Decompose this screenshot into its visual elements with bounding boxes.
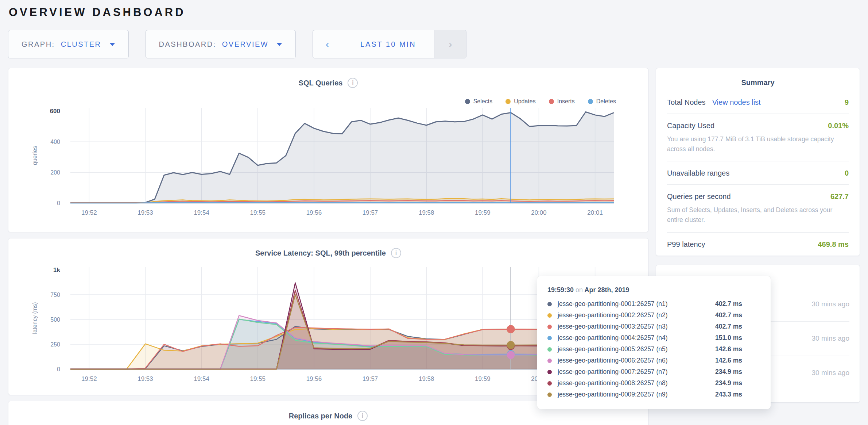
tooltip-node-name: jesse-geo-partitioning-0003:26257 (n3)	[558, 323, 715, 330]
tooltip-row: jesse-geo-partitioning-0007:26257 (n7)23…	[547, 366, 763, 378]
replicas-title: Replicas per Node	[289, 412, 353, 420]
info-icon[interactable]: i	[357, 411, 368, 421]
service-latency-title-row: Service Latency: SQL, 99th percentile i	[8, 238, 648, 258]
info-icon[interactable]: i	[348, 78, 358, 88]
graph-dropdown-value: CLUSTER	[61, 40, 101, 49]
x-axis-tick: 19:53	[137, 375, 153, 382]
series-dot-icon	[547, 302, 552, 306]
tooltip-node-name: jesse-geo-partitioning-0004:26257 (n4)	[558, 334, 715, 342]
total-nodes-value: 9	[845, 98, 849, 107]
tooltip-node-name: jesse-geo-partitioning-0006:26257 (n6)	[558, 357, 715, 364]
tooltip-row: jesse-geo-partitioning-0004:26257 (n4)15…	[547, 332, 763, 344]
sql-queries-card: SQL Queries i SelectsUpdatesInsertsDelet…	[8, 68, 648, 232]
dashboard-controls: GRAPH: CLUSTER DASHBOARD: OVERVIEW ‹ LAS…	[8, 30, 860, 58]
x-axis-tick: 19:52	[81, 209, 97, 216]
chart-hover-tooltip: 19:59:30 on Apr 28th, 2019 jesse-geo-par…	[537, 276, 771, 409]
x-axis-tick: 19:56	[306, 209, 322, 216]
series-dot-icon	[547, 313, 552, 318]
x-axis-tick: 20:00	[531, 209, 547, 216]
series-dot-icon	[547, 381, 552, 386]
graph-dropdown[interactable]: GRAPH: CLUSTER	[8, 30, 129, 58]
tooltip-row: jesse-geo-partitioning-0002:26257 (n2)40…	[547, 310, 763, 321]
series-dot-icon	[547, 336, 552, 340]
y-axis-tick: 500	[50, 317, 60, 323]
tooltip-row: jesse-geo-partitioning-0001:26257 (n1)40…	[547, 298, 763, 310]
tooltip-header: 19:59:30 on Apr 28th, 2019	[547, 286, 763, 294]
time-window-prev-button[interactable]: ‹	[313, 30, 342, 58]
qps-label: Queries per second	[667, 192, 731, 201]
capacity-used-value: 0.01%	[828, 122, 849, 130]
chevron-down-icon	[276, 43, 282, 46]
y-axis-tick: 400	[50, 139, 60, 145]
summary-row-unavailable-ranges: Unavailable ranges 0	[667, 161, 849, 185]
x-axis-tick: 20:01	[587, 209, 603, 216]
summary-panel: Summary Total Nodes View nodes list 9 Ca…	[656, 68, 860, 256]
chevron-down-icon	[109, 43, 115, 46]
tooltip-row: jesse-geo-partitioning-0005:26257 (n5)14…	[547, 344, 763, 355]
tooltip-node-name: jesse-geo-partitioning-0001:26257 (n1)	[558, 300, 715, 308]
sql-queries-title-row: SQL Queries i	[8, 68, 648, 88]
y-axis-tick: 750	[50, 292, 60, 298]
x-axis-tick: 19:52	[81, 375, 97, 382]
time-window-selector: ‹ LAST 10 MIN ›	[313, 30, 466, 58]
y-axis-tick: 200	[50, 169, 60, 176]
tooltip-node-value: 243.3 ms	[715, 391, 742, 398]
y-axis-tick: 0	[57, 200, 60, 206]
p99-latency-value: 469.8 ms	[818, 240, 849, 249]
x-axis-tick: 19:56	[306, 375, 322, 382]
x-axis-tick: 19:57	[363, 375, 378, 382]
tooltip-node-value: 402.7 ms	[715, 323, 742, 330]
sql-queries-title: SQL Queries	[299, 79, 343, 87]
dashboard-dropdown-label: DASHBOARD:	[159, 40, 216, 49]
tooltip-date: Apr 28th, 2019	[584, 286, 629, 294]
view-nodes-list-link[interactable]: View nodes list	[712, 98, 761, 107]
time-window-current[interactable]: LAST 10 MIN	[342, 30, 434, 58]
tooltip-node-value: 142.6 ms	[715, 345, 742, 353]
tooltip-node-name: jesse-geo-partitioning-0009:26257 (n9)	[558, 391, 715, 398]
graph-dropdown-label: GRAPH:	[22, 40, 55, 49]
event-time: 30 mins ago	[806, 402, 849, 403]
tooltip-row: jesse-geo-partitioning-0009:26257 (n9)24…	[547, 389, 763, 400]
series-dot-icon	[547, 370, 552, 374]
x-axis-tick: 19:54	[194, 209, 209, 216]
service-latency-title: Service Latency: SQL, 99th percentile	[255, 249, 386, 257]
qps-value: 627.7	[830, 192, 849, 201]
sql-queries-chart[interactable]: 19:5219:5319:5419:5519:5619:5719:5819:59…	[16, 103, 641, 220]
tooltip-row: jesse-geo-partitioning-0006:26257 (n6)14…	[547, 355, 763, 366]
tooltip-conjunction: on	[576, 286, 583, 294]
y-axis-label: queries	[32, 146, 38, 165]
y-axis-tick: 1k	[53, 267, 60, 273]
x-axis-tick: 19:59	[475, 209, 491, 216]
tooltip-node-value: 142.6 ms	[715, 357, 742, 364]
summary-row-qps: Queries per second 627.7 Sum of Selects,…	[667, 185, 849, 232]
info-icon[interactable]: i	[391, 248, 401, 258]
series-dot-icon	[547, 347, 552, 352]
tooltip-node-value: 402.7 ms	[715, 300, 742, 308]
unavailable-ranges-value: 0	[845, 169, 849, 177]
total-nodes-label: Total Nodes	[667, 98, 706, 107]
tooltip-row: jesse-geo-partitioning-0008:26257 (n8)23…	[547, 378, 763, 389]
page-title: OVERVIEW DASHBOARD	[9, 6, 860, 19]
capacity-used-label: Capacity Used	[667, 122, 714, 130]
chevron-right-icon: ›	[449, 38, 452, 50]
event-time: 30 mins ago	[806, 367, 849, 378]
x-axis-tick: 19:57	[363, 209, 378, 216]
time-window-label: LAST 10 MIN	[360, 40, 416, 49]
time-window-next-button[interactable]: ›	[434, 30, 466, 58]
summary-row-total-nodes: Total Nodes View nodes list 9	[667, 91, 849, 114]
tooltip-node-name: jesse-geo-partitioning-0008:26257 (n8)	[558, 379, 715, 387]
dashboard-dropdown-value: OVERVIEW	[222, 40, 268, 49]
x-axis-tick: 19:58	[419, 375, 434, 382]
tooltip-node-name: jesse-geo-partitioning-0005:26257 (n5)	[558, 345, 715, 353]
x-axis-tick: 19:59	[475, 375, 491, 382]
series-dot-icon	[547, 325, 552, 329]
event-time: 30 mins ago	[806, 333, 849, 344]
tooltip-node-name: jesse-geo-partitioning-0002:26257 (n2)	[558, 311, 715, 319]
y-axis-tick: 0	[57, 366, 60, 372]
series-line	[70, 203, 614, 203]
x-axis-tick: 19:58	[419, 209, 434, 216]
dashboard-dropdown[interactable]: DASHBOARD: OVERVIEW	[146, 30, 296, 58]
series-dot-icon	[547, 393, 552, 397]
summary-title: Summary	[667, 68, 849, 91]
p99-latency-label: P99 latency	[667, 240, 705, 249]
